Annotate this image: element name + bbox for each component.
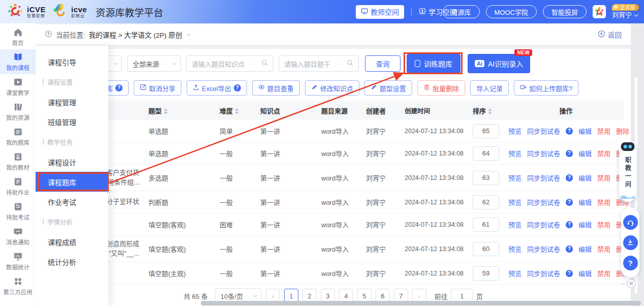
menu-item[interactable]: 课程成绩 [36,232,108,252]
menu-item[interactable]: 课程题库 [36,172,108,192]
help-icon[interactable]: ? [566,174,573,181]
sync-to-paper-link[interactable]: 同步到试卷 [527,268,560,278]
sidebar-item[interactable]: 待批考试 [0,199,36,224]
toolbar-button[interactable]: 题型设置 [364,80,412,96]
nav-pill[interactable]: 智能投屏 [543,5,587,18]
breadcrumb-path[interactable]: 我的课程 > 大学语文 (2P) 原创 [89,29,182,40]
column-header[interactable]: 难度 [213,106,254,115]
edit-link[interactable]: 编辑 [578,244,592,254]
preview-link[interactable]: 预览 [508,148,522,158]
sidebar-item[interactable]: 我的资源 [0,99,36,124]
teacher-space-button[interactable]: 教师空间 [356,5,404,19]
sidebar-item[interactable]: 消息通知 [0,224,36,249]
disable-link[interactable]: 禁用 [597,268,610,278]
edit-link[interactable]: 编辑 [578,148,592,158]
train-bank-button[interactable]: 训练题库 [407,54,461,73]
disable-link[interactable]: 禁用 [597,173,610,182]
menu-item[interactable]: 课程设计 [36,152,108,172]
help-icon[interactable]: ? [566,128,573,135]
disable-link[interactable]: 禁用 [597,244,610,254]
sidebar-item[interactable]: 课堂教学 [0,74,36,99]
delete-link[interactable]: 删除 [616,126,629,136]
disable-link[interactable]: 禁用 [597,197,610,207]
preview-link[interactable]: 预览 [508,244,522,254]
sort-icon[interactable] [164,108,168,114]
toolbar-button[interactable]: 如何上传题库? [514,80,578,96]
sidebar-item[interactable]: 第三方应用 [0,273,36,298]
menu-item[interactable]: 统计分析 [36,252,108,271]
sync-to-paper-link[interactable]: 同步到试卷 [527,220,560,229]
toolbar-button[interactable]: 取消分享 [134,80,181,96]
preview-link[interactable]: 预览 [508,268,522,278]
sync-to-paper-link[interactable]: 同步到试卷 [527,173,560,182]
help-icon[interactable]: ? [566,150,573,157]
column-header[interactable]: 排序 [467,106,502,115]
edit-link[interactable]: 编辑 [578,173,592,182]
sidebar-item[interactable]: 我的题库 [0,124,36,149]
horizontal-scrollbar[interactable] [201,301,641,305]
disable-link[interactable]: 禁用 [597,126,610,136]
sort-input[interactable]: 65 [473,124,499,138]
knowledge-search-input[interactable]: 请输入题目知识点 [186,55,273,72]
help-icon[interactable]: ? [234,84,241,91]
disable-link[interactable]: 禁用 [597,148,610,158]
help-icon[interactable]: ? [566,270,573,277]
toolbar-button[interactable]: 批量删除 [417,80,465,96]
menu-item[interactable]: 课程引导 [36,52,108,72]
menu-item[interactable]: 课程管理 [36,92,108,112]
sidebar-item[interactable]: 待批作业 [0,174,36,199]
help-icon[interactable]: ? [566,246,573,253]
disable-link[interactable]: 禁用 [597,220,610,229]
column-header[interactable]: 题型 [142,106,213,115]
sort-icon[interactable] [235,108,239,114]
stem-search-input[interactable]: 请输入题目题干 [279,55,359,72]
nav-pill[interactable]: 资源库 [443,5,480,18]
ai-recognition-button[interactable]: Ai AI识别录入 NEW [468,54,530,73]
nav-pill[interactable]: MOOC学院 [486,5,537,18]
sidebar-item[interactable]: 首页 [0,24,36,49]
app-mini-logo-icon[interactable] [593,5,606,18]
customer-service-button[interactable] [623,215,638,230]
sort-input[interactable]: 59 [473,266,499,281]
assistant-tab[interactable]: 职教一问 [619,144,636,202]
help-icon[interactable]: ? [115,84,122,91]
help-icon[interactable]: ? [566,221,573,228]
toolbar-button[interactable]: Excel导出? [187,80,247,96]
edit-link[interactable]: 编辑 [578,268,592,278]
edit-link[interactable]: 编辑 [578,220,592,229]
sort-icon[interactable] [488,108,492,114]
sort-input[interactable]: 60 [473,242,499,256]
sort-input[interactable]: 62 [473,195,499,209]
toolbar-button[interactable]: 导入记录 [470,80,509,96]
edit-link[interactable]: 编辑 [578,197,592,207]
download-button[interactable] [623,235,638,250]
toolbar-button[interactable]: 修改知识点 [305,80,359,96]
chevron-down-icon[interactable] [187,32,191,36]
sidebar-item[interactable]: 我的教材 [0,149,36,174]
sync-to-paper-link[interactable]: 同步到试卷 [527,197,560,207]
help-button[interactable]: ? [623,256,638,270]
back-button[interactable]: 返回 [598,29,622,40]
sidebar-item[interactable]: 我的课程 [0,49,36,74]
sync-to-paper-link[interactable]: 同步到试卷 [527,126,560,136]
sidebar-item[interactable]: 数据统计 [0,249,36,273]
preview-link[interactable]: 预览 [508,173,522,182]
preview-link[interactable]: 预览 [508,220,522,229]
sort-input[interactable]: 64 [473,146,499,161]
source-select[interactable]: 全部来源 [127,55,181,72]
preview-link[interactable]: 预览 [508,197,522,207]
query-button[interactable]: 查询 [365,55,401,72]
menu-item[interactable]: 作业考试 [36,192,108,211]
sync-to-paper-link[interactable]: 同步到试卷 [527,244,560,254]
preview-link[interactable]: 预览 [508,126,522,136]
sort-input[interactable]: 61 [473,218,499,232]
menu-item[interactable]: 班级管理 [36,112,108,132]
edit-link[interactable]: 编辑 [578,126,592,136]
collapse-icon[interactable]: « [106,187,110,195]
sort-input[interactable]: 63 [473,171,499,185]
close-floating-button[interactable]: ✕ [627,279,636,288]
help-icon[interactable]: ? [566,199,573,206]
toolbar-button[interactable]: 题目查重 [252,80,300,96]
user-menu[interactable]: 刘宵宁 [612,12,637,19]
sync-to-paper-link[interactable]: 同步到试卷 [527,148,560,158]
